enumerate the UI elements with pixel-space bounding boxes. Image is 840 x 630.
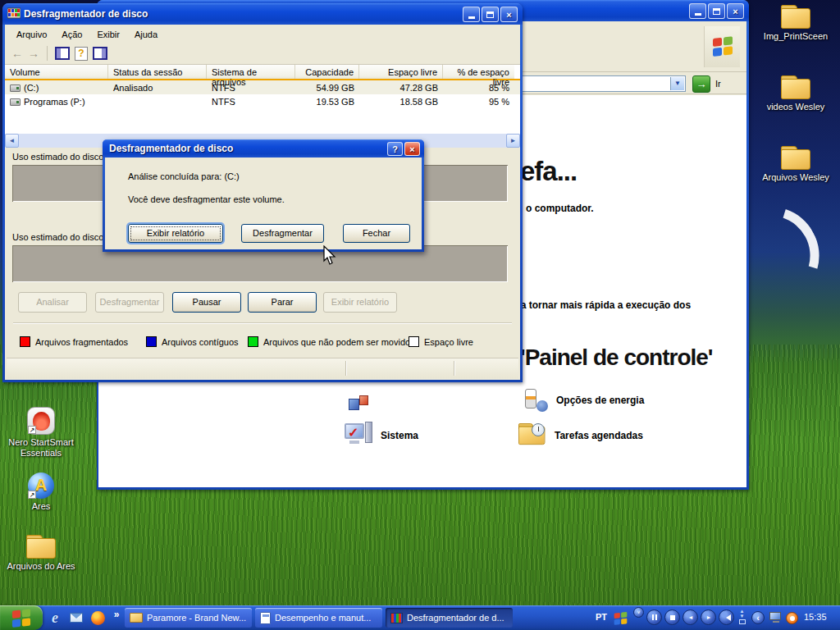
tray-display-icon[interactable] <box>769 612 783 623</box>
defrag-window-title: Desfragmentador de disco <box>24 8 148 20</box>
pausar-button[interactable]: Pausar <box>172 292 241 313</box>
show-action-pane-icon[interactable] <box>93 47 107 60</box>
maximize-button[interactable] <box>708 3 725 19</box>
wmp-next-button[interactable]: ► <box>701 609 716 625</box>
forward-icon[interactable]: → <box>28 47 39 60</box>
mouse-cursor <box>323 245 339 267</box>
cp-item-system[interactable]: ✓ Sistema <box>345 422 418 450</box>
partially-hidden-cp-icon[interactable] <box>349 395 368 413</box>
task-button-desfragmentador[interactable]: Desfragmentador de d... <box>386 608 513 628</box>
column-header-volume[interactable]: Volume <box>5 65 108 79</box>
defrag-complete-dialog: Desfragmentador de disco ? × Análise con… <box>103 139 424 252</box>
minimize-button[interactable] <box>463 7 480 22</box>
desktop-icon-arquivos-wesley[interactable]: Arquivos Wesley <box>756 146 835 183</box>
shortcut-arrow-icon: ↗ <box>28 491 36 499</box>
toolbar-separator <box>47 46 48 61</box>
dialog-fechar-button[interactable]: Fechar <box>343 224 410 243</box>
taskbar: e » Paramore - Brand New... Desempenho e… <box>0 605 840 630</box>
maximize-button[interactable] <box>482 7 499 22</box>
restore-icon <box>739 619 746 624</box>
column-header-filesystem[interactable]: Sistema de arquivos <box>207 65 295 79</box>
go-button[interactable]: → <box>692 75 710 93</box>
column-header-pct-free[interactable]: % de espaço livre <box>443 65 514 79</box>
language-indicator[interactable]: PT <box>596 612 607 622</box>
scheduled-tasks-icon <box>518 423 546 448</box>
defrag-menubar: Arquivo Ação Exibir Ajuda <box>5 25 520 43</box>
menu-ajuda[interactable]: Ajuda <box>128 27 164 42</box>
usage-before-label: Uso estimado do disco <box>12 152 103 162</box>
desktop-icon-label: videos Wesley <box>756 102 835 112</box>
power-options-icon <box>523 387 548 413</box>
menu-arquivo[interactable]: Arquivo <box>10 27 53 42</box>
column-header-capacity[interactable]: Capacidade <box>295 65 359 79</box>
close-button[interactable]: × <box>500 7 518 22</box>
volume-row-programas[interactable]: Programas (P:) NTFS 19.53 GB 18.58 GB 95… <box>5 94 520 108</box>
windows-flag-icon <box>11 608 31 628</box>
dialog-titlebar[interactable]: Desfragmentador de disco ? × <box>103 139 424 158</box>
disk-drive-icon <box>10 98 21 106</box>
quicklaunch-firefox-icon[interactable] <box>89 609 107 627</box>
next-icon: ► <box>706 614 711 620</box>
cp-item-scheduled-tasks[interactable]: Tarefas agendadas <box>518 423 643 448</box>
analisar-button[interactable]: Analisar <box>18 292 87 313</box>
dialog-exibir-relatorio-button[interactable]: Exibir relatório <box>128 224 223 243</box>
text-fragment-2: ra tornar mais rápida a execução dos <box>517 299 691 311</box>
quicklaunch-internet-explorer-icon[interactable]: e <box>46 609 64 627</box>
tray-ares-icon[interactable] <box>786 612 798 624</box>
cp-item-power-options[interactable]: Opções de energia <box>523 387 644 413</box>
wmp-pause-button[interactable] <box>646 609 662 625</box>
exibir-relatorio-button[interactable]: Exibir relatório <box>323 292 397 313</box>
tray-collapse-chevron[interactable]: ‹ <box>751 611 765 624</box>
wmp-previous-button[interactable]: ◄ <box>682 609 698 625</box>
stop-icon <box>670 615 675 620</box>
wmp-stop-button[interactable] <box>664 609 680 625</box>
menu-exibir[interactable]: Exibir <box>90 27 126 42</box>
legend-separator <box>13 322 512 324</box>
parar-button[interactable]: Parar <box>248 292 317 313</box>
desktop-icon-label: Arquivos Wesley <box>756 172 835 183</box>
help-icon[interactable]: ? <box>75 47 88 61</box>
task-button-desempenho[interactable]: Desempenho e manut... <box>255 608 382 628</box>
defrag-titlebar[interactable]: Desfragmentador de disco × <box>2 3 523 25</box>
shortcut-arrow-icon: ↗ <box>28 426 36 434</box>
desktop-icon-ares[interactable]: A ↗ Ares <box>2 472 80 512</box>
desktop-icon-nero-startsmart[interactable]: ↗ Nero StartSmart Essentials <box>2 407 80 459</box>
usage-after-label: Uso estimado do disco <box>12 232 103 242</box>
address-dropdown-button[interactable]: ▼ <box>670 77 684 90</box>
back-icon[interactable]: ← <box>11 47 23 60</box>
close-button[interactable]: × <box>727 3 744 19</box>
system-icon: ✓ <box>345 422 372 450</box>
dialog-message-line2: Você deve desfragmentar este volume. <box>128 194 285 204</box>
column-header-freespace[interactable]: Espaço livre <box>359 65 443 79</box>
quicklaunch-overflow-chevron[interactable]: » <box>107 605 126 623</box>
wmp-chevron-icon[interactable]: ˅ <box>633 607 644 618</box>
statusbar-separator <box>454 361 454 376</box>
desfragmentar-button[interactable]: Desfragmentar <box>95 292 164 313</box>
wmp-volume-button[interactable] <box>719 609 734 625</box>
desktop-icon-videos-wesley[interactable]: videos Wesley <box>756 75 835 112</box>
dialog-desfragmentar-button[interactable]: Desfragmentar <box>241 224 324 243</box>
desktop-icon-arquivos-do-ares[interactable]: Arquivos do Ares <box>2 535 80 572</box>
dialog-message-line1: Análise concluída para: (C:) <box>128 171 240 181</box>
volume-row-c[interactable]: (C:) Analisado NTFS 54.99 GB 47.28 GB 85… <box>5 80 520 94</box>
scroll-left-icon[interactable]: ◄ <box>5 134 19 148</box>
column-header-status[interactable]: Status da sessão <box>108 65 207 79</box>
menu-acao[interactable]: Ação <box>55 27 89 42</box>
pause-icon <box>652 614 657 620</box>
dialog-help-button[interactable]: ? <box>387 142 403 156</box>
desktop-icon-img-printsceen[interactable]: Img_PrintSceen <box>756 5 835 42</box>
scroll-right-icon[interactable]: ► <box>506 134 520 148</box>
volume-list: Volume Status da sessão Sistema de arqui… <box>5 65 520 134</box>
show-console-tree-icon[interactable] <box>55 47 70 60</box>
volume-list-header: Volume Status da sessão Sistema de arqui… <box>5 65 520 80</box>
wmp-toolbar-spinner[interactable]: ▲▼ <box>737 609 747 626</box>
legend-swatch-unmovable <box>248 336 258 347</box>
dialog-close-button[interactable]: × <box>404 142 420 156</box>
taskbar-clock[interactable]: 15:35 <box>804 612 827 622</box>
help-page-icon <box>260 612 271 624</box>
minimize-button[interactable] <box>689 3 706 19</box>
quicklaunch-outlook-express-icon[interactable] <box>67 609 85 627</box>
task-button-paramore[interactable]: Paramore - Brand New... <box>125 608 252 628</box>
start-button[interactable] <box>0 605 43 630</box>
defrag-app-icon <box>7 7 21 22</box>
